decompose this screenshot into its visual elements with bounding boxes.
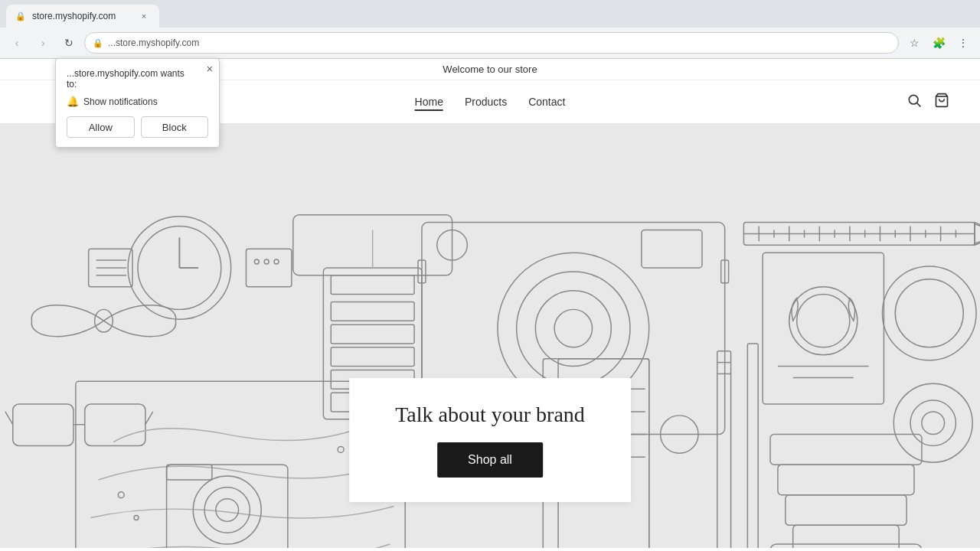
browser-tabs: 🔒 store.myshopify.com ×: [0, 0, 980, 28]
svg-point-0: [909, 95, 918, 104]
nav-contact[interactable]: Contact: [528, 95, 565, 109]
back-button[interactable]: ‹: [6, 32, 28, 54]
allow-button[interactable]: Allow: [67, 116, 135, 138]
products-link[interactable]: Products: [465, 96, 507, 108]
contact-link[interactable]: Contact: [528, 96, 565, 108]
browser-toolbar: ‹ › ↻ 🔒 ...store.myshopify.com ☆ 🧩 ⋮: [0, 28, 980, 58]
hero-banner: Talk about your brand Shop all: [0, 124, 980, 548]
nav-links: Home Products Contact: [415, 95, 566, 109]
menu-button[interactable]: ⋮: [952, 32, 974, 54]
toolbar-right: ☆ 🧩 ⋮: [903, 32, 974, 54]
address-text: ...store.myshopify.com: [108, 37, 890, 48]
cart-icon: [934, 93, 949, 108]
star-button[interactable]: ☆: [903, 32, 925, 54]
hero-title: Talk about your brand: [395, 403, 585, 427]
lock-icon: 🔒: [93, 38, 103, 48]
nav-products[interactable]: Products: [465, 95, 507, 109]
nav-icons: [906, 93, 949, 112]
popup-title: ...store.myshopify.com wants to:: [67, 68, 208, 90]
tab-favicon: 🔒: [15, 11, 26, 21]
forward-button[interactable]: ›: [32, 32, 54, 54]
cart-button[interactable]: [934, 93, 949, 112]
search-button[interactable]: [906, 93, 922, 112]
shop-all-button[interactable]: Shop all: [437, 442, 543, 478]
home-link[interactable]: Home: [415, 96, 443, 111]
address-bar[interactable]: 🔒 ...store.myshopify.com: [84, 32, 899, 54]
notification-popup: × ...store.myshopify.com wants to: 🔔 Sho…: [55, 58, 220, 148]
block-button[interactable]: Block: [141, 116, 209, 138]
browser-tab[interactable]: 🔒 store.myshopify.com ×: [6, 5, 159, 28]
svg-line-1: [917, 103, 921, 106]
browser-chrome: 🔒 store.myshopify.com × ‹ › ↻ 🔒 ...store…: [0, 0, 980, 59]
tab-title: store.myshopify.com: [32, 11, 116, 21]
reload-button[interactable]: ↻: [58, 32, 80, 54]
popup-close-btn[interactable]: ×: [207, 64, 213, 74]
bell-icon: 🔔: [67, 96, 79, 107]
hero-text-box: Talk about your brand Shop all: [349, 378, 631, 502]
search-icon: [906, 93, 922, 108]
tab-close-btn[interactable]: ×: [138, 10, 150, 22]
popup-buttons: Allow Block: [67, 116, 208, 138]
extensions-button[interactable]: 🧩: [928, 32, 949, 54]
nav-home[interactable]: Home: [415, 95, 443, 109]
notification-row: 🔔 Show notifications: [67, 96, 208, 107]
notification-text: Show notifications: [83, 96, 158, 107]
